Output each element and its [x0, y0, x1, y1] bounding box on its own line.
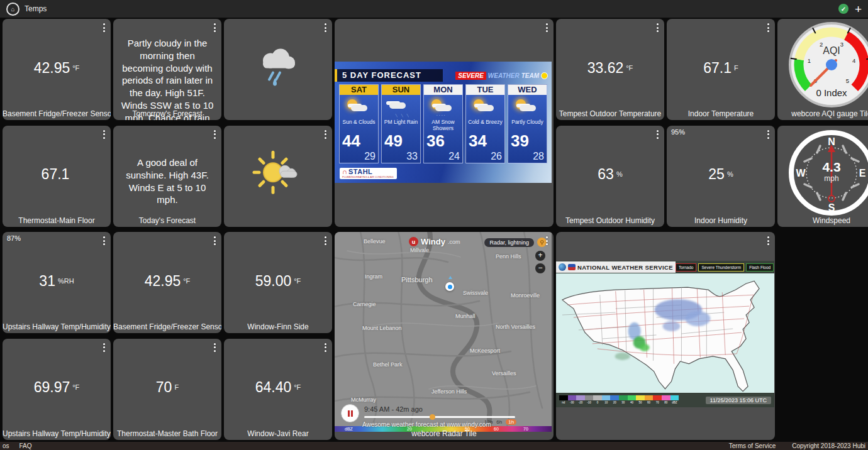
tile-menu-icon[interactable] — [214, 343, 216, 352]
tile-upstairs-hallway-temperature[interactable]: 69.97°F Upstairs Hallway Temp/Humidity..… — [3, 339, 111, 440]
svg-text:AQI: AQI — [823, 45, 840, 56]
lightning-layer-icon[interactable]: ⚲ — [537, 238, 547, 247]
pause-button[interactable] — [341, 404, 359, 422]
range-1h[interactable]: 1h — [506, 419, 516, 425]
footer-link-videos[interactable]: os — [3, 442, 9, 449]
tile-menu-icon[interactable] — [657, 130, 659, 139]
tile-windspeed[interactable]: N E S W 4.3 mph Windspeed — [777, 126, 868, 227]
tile-menu-icon[interactable] — [546, 236, 548, 245]
nws-colorbar: nd-30 -20-10 010 2030 4050 6070 80dBZ — [559, 395, 679, 405]
tile-windy-radar[interactable]: Bellevue Millvale Penn Hills Ingram Pitt… — [335, 232, 554, 440]
tile-menu-icon[interactable] — [767, 236, 769, 245]
legend-severe-thunderstorm: Severe Thunderstorm — [698, 263, 744, 272]
map-place-label: Versailles — [492, 370, 516, 376]
tile-nws-radar[interactable]: NATIONAL WEATHER SERVICE Tornado Severe … — [556, 232, 775, 440]
tile-menu-icon[interactable] — [325, 130, 326, 139]
forecast-text: A good deal of sunshine. High 43F. Winds… — [120, 156, 215, 206]
range-6h[interactable]: 6h — [496, 419, 502, 425]
tile-label: Today's Forecast — [113, 216, 221, 225]
tile-menu-icon[interactable] — [103, 130, 105, 139]
tile-label: Upstairs Hallway Temp/Humidity... — [3, 322, 111, 331]
aqi-gauge: 0 1 2 3 4 5 AQI 0 Index — [787, 21, 868, 111]
tile-menu-icon[interactable] — [214, 130, 216, 139]
top-bar: ⌂ Temps ✓ + — [0, 0, 868, 18]
tile-value: 42.95°F — [113, 272, 221, 289]
footer-link-terms[interactable]: Terms of Service — [729, 442, 776, 449]
slider-knob[interactable] — [430, 414, 435, 420]
tile-menu-icon[interactable] — [546, 23, 548, 32]
tile-rain-condition[interactable] — [224, 19, 332, 120]
tile-value: 69.97°F — [3, 379, 111, 396]
tile-sun-condition[interactable] — [224, 126, 332, 227]
map-place-label: McKeesport — [470, 348, 500, 354]
svg-text:3: 3 — [840, 41, 843, 48]
svg-text:mph: mph — [824, 174, 838, 183]
tile-menu-icon[interactable] — [767, 23, 769, 32]
windy-logo[interactable]: u Windy.com — [409, 237, 460, 246]
windy-map[interactable]: Bellevue Millvale Penn Hills Ingram Pitt… — [335, 232, 552, 432]
tile-value: 42.95°F — [3, 59, 111, 76]
severe-badge: SEVERE — [455, 72, 486, 80]
map-place-label: North Versailles — [496, 324, 535, 330]
timeline-slider[interactable] — [364, 416, 515, 418]
forecast-title: 5 DAY FORECAST — [335, 69, 443, 82]
tile-menu-icon[interactable] — [214, 236, 216, 245]
tile-tempest-outdoor-humidity[interactable]: 63% Tempest Outdoor Humidity — [556, 126, 664, 227]
tile-upstairs-hallway-humidity[interactable]: 87% 31%RH Upstairs Hallway Temp/Humidity… — [3, 232, 111, 333]
svg-text:1: 1 — [808, 57, 811, 64]
tile-value: 63% — [556, 166, 664, 183]
zoom-in-button[interactable]: + — [535, 251, 545, 261]
tile-menu-icon[interactable] — [214, 23, 216, 32]
tile-todays-forecast[interactable]: A good deal of sunshine. High 43F. Winds… — [113, 126, 221, 227]
tile-label: webcore Radar Tile — [335, 429, 554, 438]
tile-indoor-temperature[interactable]: 67.1F Indoor Temperature — [667, 19, 775, 120]
map-place-label: Pittsburgh — [401, 276, 433, 283]
us-radar-map — [556, 273, 774, 393]
stahl-logo: ∩STAHL PLUMBING/HEATING & AIR CONDITIONI… — [340, 168, 397, 179]
dashboard-home-icon[interactable]: ⌂ — [6, 3, 19, 16]
tile-value: 25% — [667, 166, 775, 183]
home-glyph: ⌂ — [11, 6, 14, 13]
tile-tomorrows-forecast[interactable]: Partly cloudy in the morning then becomi… — [113, 19, 221, 120]
rain-cloud-icon — [254, 47, 302, 91]
tile-menu-icon[interactable] — [325, 343, 326, 352]
tile-thermostat-master-bath[interactable]: 70F Thermostat-Master Bath Floor — [113, 339, 221, 440]
tile-basement-fridge-sensor-2[interactable]: 42.95°F Basement Fridge/Freezer Sensor — [113, 232, 221, 333]
tile-value: 64.40°F — [224, 379, 332, 396]
tile-menu-icon[interactable] — [657, 23, 659, 32]
tile-label: Windspeed — [777, 216, 868, 225]
nws-graphic: NATIONAL WEATHER SERVICE Tornado Severe … — [556, 261, 774, 407]
tile-5day-forecast[interactable]: 5 DAY FORECAST SEVERE WEATHER TEAM SAT S… — [335, 19, 554, 227]
forecast-text: Partly cloudy in the morning then becomi… — [120, 37, 215, 120]
tile-indoor-humidity[interactable]: 95% 25% Indoor Humidity — [667, 126, 775, 227]
tile-value: 33.62°F — [556, 59, 664, 76]
tile-menu-icon[interactable] — [325, 23, 326, 32]
nws-legend: Tornado Severe Thunderstorm Flash Flood … — [676, 263, 775, 272]
tile-window-finn-side[interactable]: 59.00°F Window-Finn Side — [224, 232, 332, 333]
layer-selector-button[interactable]: Radar, lightning — [484, 238, 534, 247]
tile-window-javi-rear[interactable]: 64.40°F Window-Javi Rear — [224, 339, 332, 440]
add-tile-button[interactable]: + — [855, 3, 862, 15]
svg-text:5: 5 — [846, 77, 849, 84]
map-place-label: Carnegie — [353, 301, 376, 307]
svg-text:E: E — [859, 168, 866, 178]
tile-aqi-gauge[interactable]: 0 1 2 3 4 5 AQI 0 Index webcore AQI gaug… — [777, 19, 868, 120]
tile-tempest-outdoor-temperature[interactable]: 33.62°F Tempest Outdoor Temperature — [556, 19, 664, 120]
tile-menu-icon[interactable] — [103, 343, 105, 352]
tile-menu-icon[interactable] — [767, 130, 769, 139]
map-place-label: Bellevue — [364, 238, 386, 244]
tile-label: Window-Javi Rear — [224, 429, 332, 438]
tile-value: 67.1 — [3, 166, 111, 183]
tile-label: Window-Finn Side — [224, 322, 332, 331]
tile-menu-icon[interactable] — [103, 23, 105, 32]
tile-thermostat-main-floor[interactable]: 67.1 Thermostat-Main Floor — [3, 126, 111, 227]
tile-menu-icon[interactable] — [103, 236, 105, 245]
tile-label: Upstairs Hallway Temp/Humidity... — [3, 429, 111, 438]
footer-link-faq[interactable]: FAQ — [19, 442, 32, 449]
map-place-label: McMurray — [351, 397, 376, 403]
zoom-out-button[interactable]: − — [535, 263, 545, 273]
tile-basement-fridge-sensor[interactable]: 42.95°F Basement Fridge/Freezer Sensor — [3, 19, 111, 120]
tile-label: webcore AQI gauge Tile — [777, 109, 868, 118]
tile-menu-icon[interactable] — [325, 236, 326, 245]
weather-team-brand: SEVERE WEATHER TEAM — [455, 72, 548, 80]
